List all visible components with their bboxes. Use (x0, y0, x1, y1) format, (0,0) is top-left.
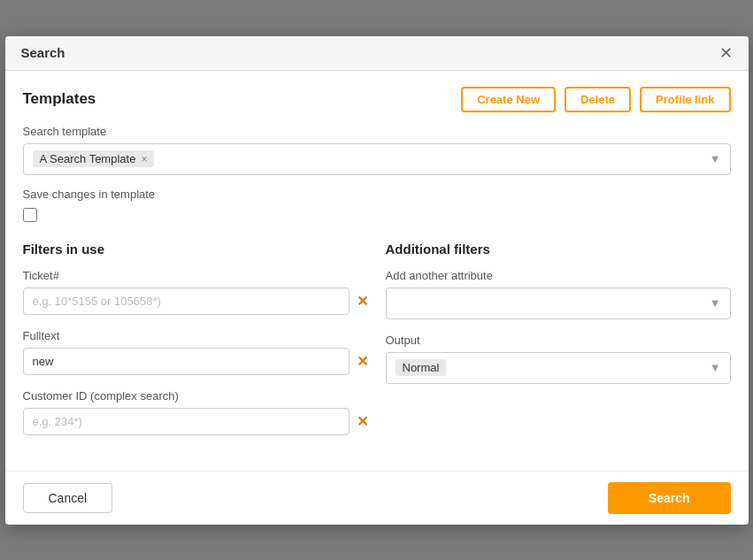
fulltext-label: Fulltext (23, 329, 368, 342)
modal-header: Search ✕ (5, 36, 749, 71)
ticket-label: Ticket# (23, 269, 368, 282)
template-dropdown-arrow[interactable]: ▼ (710, 152, 721, 165)
template-tags: A Search Template × (33, 150, 155, 167)
search-button[interactable]: Search (608, 482, 731, 514)
output-value: Normal (396, 359, 447, 376)
ticket-filter-group: Ticket# ✕ (23, 269, 368, 315)
output-dropdown-arrow[interactable]: ▼ (710, 361, 721, 374)
fulltext-filter-group: Fulltext ✕ (23, 329, 368, 375)
ticket-input[interactable] (23, 288, 350, 315)
template-select-box[interactable]: A Search Template × ▼ (23, 143, 731, 175)
templates-actions: Create New Delete Profile link (461, 87, 730, 112)
profile-link-button[interactable]: Profile link (640, 87, 730, 112)
output-label: Output (386, 334, 731, 347)
ticket-remove-icon[interactable]: ✕ (357, 293, 368, 310)
modal-overlay: Search ✕ Templates Create New Delete Pro… (0, 0, 753, 560)
close-button[interactable]: ✕ (719, 45, 733, 61)
templates-header: Templates Create New Delete Profile link (23, 87, 731, 112)
output-select[interactable]: Normal ▼ (386, 352, 731, 384)
search-template-label: Search template (23, 125, 731, 138)
modal-dialog: Search ✕ Templates Create New Delete Pro… (5, 36, 749, 525)
attr-dropdown-arrow[interactable]: ▼ (710, 296, 721, 310)
customer-id-input-row: ✕ (23, 408, 368, 435)
fulltext-input-row: ✕ (23, 348, 368, 375)
template-tag: A Search Template × (33, 150, 155, 167)
modal-footer: Cancel Search (5, 471, 749, 525)
customer-id-remove-icon[interactable]: ✕ (357, 413, 368, 430)
modal-title: Search (21, 45, 65, 60)
add-attribute-select[interactable]: ▼ (386, 288, 731, 319)
add-attribute-group: Add another attribute ▼ (386, 269, 731, 319)
create-new-button[interactable]: Create New (461, 87, 556, 112)
customer-id-input[interactable] (23, 408, 350, 435)
save-changes-checkbox[interactable] (23, 208, 37, 222)
modal-body: Templates Create New Delete Profile link… (5, 71, 749, 465)
customer-id-filter-group: Customer ID (complex search) ✕ (23, 389, 368, 435)
templates-title: Templates (23, 90, 96, 108)
tag-remove-icon[interactable]: × (141, 153, 147, 165)
delete-button[interactable]: Delete (565, 87, 631, 112)
cancel-button[interactable]: Cancel (23, 483, 113, 513)
add-attribute-label: Add another attribute (386, 269, 731, 282)
fulltext-remove-icon[interactable]: ✕ (357, 353, 368, 370)
save-changes-label: Save changes in template (23, 188, 731, 201)
fulltext-input[interactable] (23, 348, 350, 375)
output-group: Output Normal ▼ (386, 334, 731, 384)
filters-in-use-title: Filters in use (23, 242, 368, 257)
filters-row: Filters in use Ticket# ✕ Fulltext (23, 242, 731, 449)
filters-in-use-section: Filters in use Ticket# ✕ Fulltext (23, 242, 368, 449)
customer-id-label: Customer ID (complex search) (23, 389, 368, 403)
ticket-input-row: ✕ (23, 288, 368, 315)
save-changes-checkbox-wrapper (23, 208, 731, 226)
additional-filters-section: Additional filters Add another attribute… (386, 242, 731, 449)
additional-filters-title: Additional filters (386, 242, 731, 257)
